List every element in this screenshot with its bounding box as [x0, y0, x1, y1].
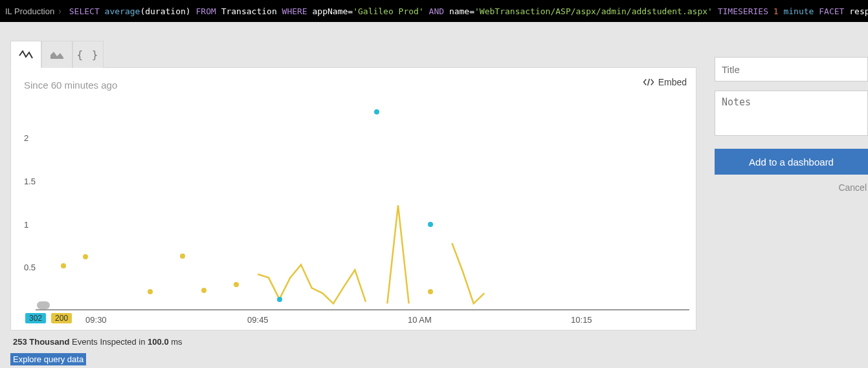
x-tick: 09:45: [247, 315, 269, 325]
chart-legend: 302 200: [11, 310, 696, 330]
query-stats: 253 Thousand Events Inspected in 100.0 m…: [10, 330, 696, 351]
embed-button[interactable]: Embed: [643, 77, 687, 87]
legend-item-302[interactable]: 302: [25, 313, 46, 323]
x-tick: 10 AM: [408, 315, 432, 325]
embed-label: Embed: [658, 77, 687, 87]
sidebar-panel: Add to a dashboard Cancel: [696, 35, 868, 193]
y-tick: 2: [24, 133, 28, 143]
data-point[interactable]: [277, 297, 282, 302]
y-tick: 1: [24, 219, 28, 229]
tab-line-chart[interactable]: [10, 41, 41, 68]
account-name: IL Production: [5, 6, 54, 16]
code-icon: [643, 78, 654, 87]
legend-item-200[interactable]: 200: [51, 313, 72, 323]
title-field[interactable]: [715, 57, 868, 81]
data-point[interactable]: [428, 222, 433, 227]
y-tick: 1.5: [24, 177, 36, 186]
tab-area-chart[interactable]: [41, 41, 72, 68]
account-selector[interactable]: IL Production ›: [5, 6, 65, 16]
x-tick: 09:30: [85, 315, 107, 325]
add-to-dashboard-button[interactable]: Add to a dashboard: [715, 149, 868, 175]
y-tick: 0.5: [24, 263, 36, 272]
since-label: Since 60 minutes ago: [11, 68, 696, 91]
chart-card: { } Embed Since 60 minutes ago 09:3009:4…: [10, 67, 696, 330]
line-segment: [42, 103, 689, 310]
nrql-query-bar[interactable]: IL Production › SELECT average ( duratio…: [0, 0, 868, 22]
q-select: SELECT: [69, 6, 100, 16]
tab-json[interactable]: { }: [72, 41, 104, 68]
explore-query-data-link[interactable]: Explore query data: [10, 353, 86, 365]
q-func-average: average: [105, 6, 140, 16]
x-tick: 10:15: [571, 315, 592, 325]
chart-plot[interactable]: 09:3009:4510 AM10:15 0.511.52: [24, 91, 689, 310]
chart-type-tabs: { }: [10, 41, 104, 68]
chevron-right-icon: ›: [58, 6, 61, 16]
svg-line-0: [647, 79, 649, 86]
notes-field[interactable]: [715, 91, 868, 136]
data-point[interactable]: [374, 109, 379, 114]
cancel-link[interactable]: Cancel: [715, 182, 868, 193]
